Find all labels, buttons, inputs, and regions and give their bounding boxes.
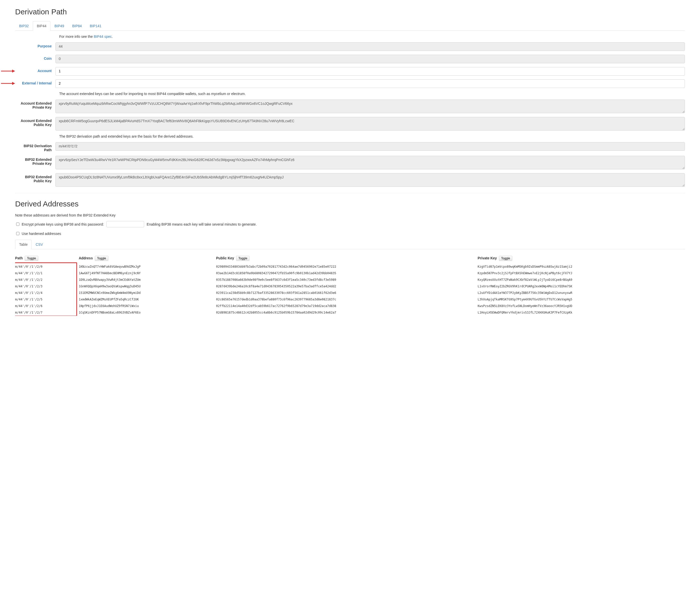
table-row: m/44'/0'/1'/2/11AwG6Tj49fNT7HA8bmcBEHM6y…	[15, 270, 685, 276]
cell-path: m/44'/0'/1'/2/1	[15, 270, 79, 276]
bip32-path-label: BIP32 Derivation Path	[15, 142, 55, 152]
derived-addresses-note: Note these addresses are derived from th…	[15, 213, 685, 217]
account-label[interactable]: Account	[15, 67, 55, 73]
bip38-password-input[interactable]	[106, 221, 144, 227]
tab-bip141[interactable]: BIP141	[86, 21, 105, 31]
hardened-label: Use hardened addresses	[22, 232, 61, 236]
cell-address: 1GnWXQQpX6qeH9w3aoQVaKspwWqg3uD45U	[79, 283, 216, 289]
tab-bip32[interactable]: BIP32	[15, 21, 33, 31]
account-xpub-label: Account Extended Public Key	[15, 117, 55, 127]
cell-privkey: L1vUrorRWEoyZ2bZRGV9hK1rdCPUARg2exWdWp4M…	[478, 283, 685, 289]
external-internal-input[interactable]	[55, 79, 685, 88]
cell-privkey: L3hXoApjqTkaMRSKTG9Sp7Ptym4X9UTGvU5hYzTT…	[478, 296, 685, 303]
arrow-icon	[0, 81, 15, 86]
cell-address: 1KNzcwZnQT7rHWFak6VGAeqvwB9dZMxJgP	[79, 263, 216, 270]
col-privkey-header: Private Key	[478, 256, 497, 260]
bip32-xprv-label: BIP32 Extended Private Key	[15, 156, 55, 165]
bip44-info-note: For more info see the BIP44 spec.	[59, 35, 685, 39]
tab-bip44[interactable]: BIP44	[33, 21, 50, 31]
table-row: m/44'/0'/1'/2/61NpfP6jjdvJ1E6AudWohUZ9fR…	[15, 303, 685, 309]
derived-addresses-heading: Derived Addresses	[15, 200, 685, 208]
cell-address: 1NpfP6jjdvJ1E6AudWohUZ9fRSN7iWxiu	[79, 303, 216, 309]
toggle-address-button[interactable]: Toggle	[95, 256, 108, 261]
cell-path: m/44'/0'/1'/2/7	[15, 309, 79, 316]
cell-pubkey: 02c86565e76157dedb1d0aa378befa880f73c6f9…	[216, 296, 478, 303]
toggle-path-button[interactable]: Toggle	[25, 256, 38, 261]
svg-marker-1	[12, 70, 15, 73]
col-path-header: Path	[15, 256, 23, 260]
derived-addresses-table: Path Toggle Address Toggle Public Key To…	[15, 254, 685, 316]
coin-input	[55, 55, 685, 63]
purpose-input	[55, 42, 685, 51]
cell-pubkey: 02ffb22114e14a40d32df5cab59b617ac72762f9…	[216, 303, 478, 309]
purpose-label[interactable]: Purpose	[15, 42, 55, 48]
bip38-label-after: Enabling BIP38 means each key will take …	[147, 222, 257, 226]
bip32-path-input	[55, 142, 685, 151]
bip32-xpub-label: BIP32 Extended Public Key	[15, 173, 55, 183]
cell-path: m/44'/0'/1'/2/2	[15, 276, 79, 283]
hardened-checkbox[interactable]	[16, 232, 20, 235]
coin-label[interactable]: Coin	[15, 55, 55, 61]
account-input[interactable]	[55, 67, 685, 76]
cell-path: m/44'/0'/1'/2/6	[15, 303, 79, 309]
cell-privkey: KwsPzsdZN5LEK8Vz3YofLwSNLDomHyeWnTVz36ao…	[478, 303, 685, 309]
svg-marker-3	[12, 82, 15, 85]
tab-table[interactable]: Table	[15, 240, 32, 249]
cell-path: m/44'/0'/1'/2/3	[15, 283, 79, 289]
cell-privkey: Kzpdm5N7Pnv3c2jSJfpFtBXShEWmwe7xE2jKcNja…	[478, 270, 685, 276]
table-row: m/44'/0'/1'/2/71CqSKznDFP57NBomG8aLv89G3…	[15, 309, 685, 316]
account-keys-note: The account extended keys can be used fo…	[59, 92, 685, 96]
derivation-path-heading: Derivation Path	[15, 8, 685, 16]
toggle-privkey-button[interactable]: Toggle	[499, 256, 512, 261]
cell-pubkey: 0357b1887086a663b9de98f9e0c5ee8f5637c6d3…	[216, 276, 478, 283]
bip38-checkbox[interactable]	[16, 223, 20, 226]
account-xpub-textarea[interactable]: xpub6CRFmM5ogGuurqvP6dESJLkM4jaBPAVuHdS7…	[55, 117, 685, 131]
info-prefix: For more info see the	[59, 35, 94, 39]
table-row: m/44'/0'/1'/2/31GnWXQQpX6qeH9w3aoQVaKspw…	[15, 283, 685, 289]
cell-privkey: KzgVTid67p1mVcpo89wqKmMSKgb9ZsDSmmP9szA8…	[478, 263, 685, 270]
toggle-pubkey-button[interactable]: Toggle	[236, 256, 249, 261]
cell-pubkey: 02d8981875c48612c42b8055cc4a8b6c9125b059…	[216, 309, 478, 316]
tab-bip84[interactable]: BIP84	[68, 21, 86, 31]
bip-tabs: BIP32 BIP44 BIP49 BIP84 BIP141	[15, 21, 685, 31]
cell-address: 1CqSKznDFP57NBomG8aLv89G3VBZvAF6Eo	[79, 309, 216, 316]
table-row: m/44'/0'/1'/2/51xmdWkAZeEqWZMsXEUPfZFa5q…	[15, 296, 685, 303]
account-xprv-textarea[interactable]: xprv9yRuMqYuquMceMquzbhRwCocWhjgyhn3vQWW…	[55, 100, 685, 113]
col-pubkey-header: Public Key	[216, 256, 234, 260]
cell-address: 1AwG6Tj49fNT7HA8bmcBEHM6ynEznj9cNY	[79, 270, 216, 276]
table-row: m/44'/0'/1'/2/01KNzcwZnQT7rHWFak6VGAeqvw…	[15, 263, 685, 270]
cell-path: m/44'/0'/1'/2/5	[15, 296, 79, 303]
cell-privkey: KxyQRzeoXXutHT7ZPaNak9CXbf82aViWLyJjTyoD…	[478, 276, 685, 283]
cell-privkey: L1HoyLH5EWwDFQRmrvYkdjmrivS3JfL72XHXUHuK…	[478, 309, 685, 316]
cell-path: m/44'/0'/1'/2/4	[15, 289, 79, 296]
cell-pubkey: 0287d439bde246a10c8f8a4e71d0436783054350…	[216, 283, 478, 289]
address-view-tabs: Table CSV	[15, 240, 685, 249]
info-suffix: .	[112, 35, 113, 39]
cell-address: 1D9LzaQvRBVwapy3VwR4jt3mCEdAYatZUm	[79, 276, 216, 283]
cell-address: 151EMZMWUCNCn9UmeZWkg6mW4mX9NymiDd	[79, 289, 216, 296]
tab-bip49[interactable]: BIP49	[50, 21, 68, 31]
table-row: m/44'/0'/1'/2/21D9LzaQvRBVwapy3VwR4jt3mC…	[15, 276, 685, 283]
external-internal-label[interactable]: External / Internal	[15, 79, 55, 85]
cell-pubkey: 023911ca238d5bb9c8b7127baf33528633078cc6…	[216, 289, 478, 296]
cell-privkey: L2uUfYDidAX1eYW377P2ybKyZBBSf756c35WiWgD…	[478, 289, 685, 296]
arrow-icon	[0, 69, 15, 74]
tab-csv[interactable]: CSV	[32, 240, 47, 249]
bip44-spec-link[interactable]: BIP44 spec	[94, 35, 112, 39]
bip32-path-note: The BIP32 derivation path and extended k…	[59, 134, 685, 138]
bip32-xprv-textarea[interactable]: xprv9zpSesYJeTf2wW3u4RwVYe1R7wWPNCRtpPDN…	[55, 156, 685, 169]
col-address-header: Address	[79, 256, 93, 260]
cell-pubkey: 0298094334803dd4fb3abcf2b09a702817743d2c…	[216, 263, 478, 270]
account-xprv-label: Account Extended Private Key	[15, 100, 55, 109]
cell-address: 1xmdWkAZeEqWZMsXEUPfZFa5qRczCf2UK	[79, 296, 216, 303]
cell-pubkey: 03ae2b14d3c81858f0a9b68083427290472fb55a…	[216, 270, 478, 276]
bip32-xpub-textarea[interactable]: xpub6Doo4P5CUqDL9z8NATUVumx9fyLsmf9kBc8x…	[55, 173, 685, 187]
table-row: m/44'/0'/1'/2/4151EMZMWUCNCn9UmeZWkg6mW4…	[15, 289, 685, 296]
bip38-label-before: Encrypt private keys using BIP38 and thi…	[22, 222, 104, 226]
cell-path: m/44'/0'/1'/2/0	[15, 263, 79, 270]
